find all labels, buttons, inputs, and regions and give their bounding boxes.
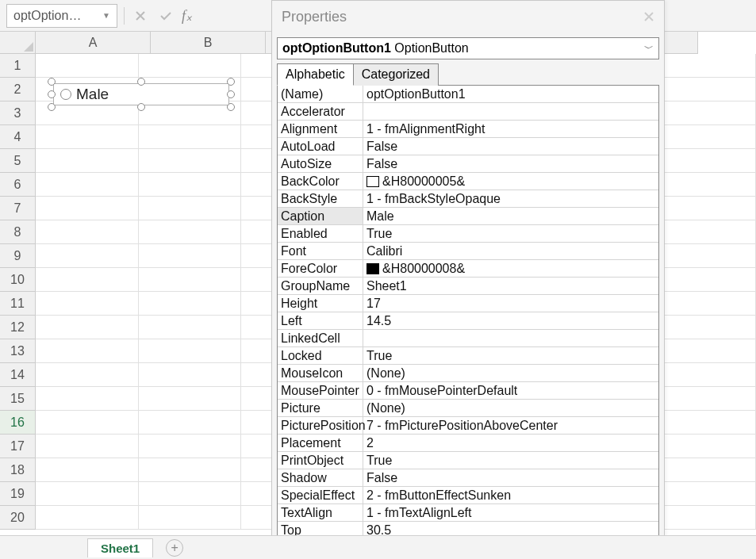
- cell[interactable]: [36, 125, 139, 149]
- property-value[interactable]: True: [363, 347, 658, 364]
- property-row[interactable]: MousePointer0 - fmMousePointerDefault: [278, 382, 658, 400]
- property-value[interactable]: Calibri: [363, 243, 658, 259]
- cell[interactable]: [36, 173, 139, 197]
- object-selector[interactable]: optOptionButton1 OptionButton ﹀: [277, 37, 659, 59]
- cell[interactable]: [36, 316, 139, 339]
- row-header[interactable]: 8: [0, 220, 36, 244]
- resize-handle[interactable]: [48, 78, 56, 86]
- property-value[interactable]: 0 - fmMousePointerDefault: [363, 382, 658, 399]
- tab-categorized[interactable]: Categorized: [353, 63, 439, 86]
- cell[interactable]: [653, 268, 756, 292]
- cell[interactable]: [139, 173, 242, 197]
- property-row[interactable]: MouseIcon(None): [278, 365, 658, 382]
- cell[interactable]: [653, 220, 756, 244]
- confirm-formula-button[interactable]: [156, 4, 175, 28]
- property-value[interactable]: &H80000005&: [363, 173, 658, 190]
- property-row[interactable]: PrintObjectTrue: [278, 452, 658, 469]
- resize-handle[interactable]: [137, 78, 145, 86]
- insert-function-button[interactable]: fₓ: [182, 4, 201, 28]
- property-row[interactable]: Picture(None): [278, 400, 658, 417]
- cell[interactable]: [36, 363, 139, 387]
- row-header[interactable]: 7: [0, 197, 36, 220]
- cell[interactable]: [139, 339, 242, 363]
- row-header[interactable]: 17: [0, 435, 36, 458]
- cell[interactable]: [36, 220, 139, 244]
- property-value[interactable]: 14.5: [363, 312, 658, 329]
- cell[interactable]: [139, 149, 242, 173]
- row-header[interactable]: 4: [0, 125, 36, 149]
- property-value[interactable]: (None): [363, 400, 658, 416]
- property-row[interactable]: BackStyle1 - fmBackStyleOpaque: [278, 190, 658, 208]
- chevron-down-icon[interactable]: ﹀: [644, 42, 654, 56]
- resize-handle[interactable]: [137, 103, 145, 111]
- option-button-control[interactable]: Male: [48, 78, 235, 111]
- cell[interactable]: [36, 506, 139, 530]
- cell[interactable]: [139, 220, 242, 244]
- cell[interactable]: [139, 387, 242, 411]
- property-value[interactable]: False: [363, 469, 658, 486]
- cell[interactable]: [36, 339, 139, 363]
- cell[interactable]: [653, 78, 756, 101]
- property-value[interactable]: True: [363, 452, 658, 469]
- property-value[interactable]: Sheet1: [363, 278, 658, 294]
- cell[interactable]: [653, 101, 756, 125]
- add-sheet-button[interactable]: +: [166, 539, 183, 557]
- row-header[interactable]: 14: [0, 363, 36, 387]
- property-row[interactable]: FontCalibri: [278, 243, 658, 260]
- cell[interactable]: [653, 435, 756, 458]
- row-header[interactable]: 18: [0, 458, 36, 482]
- property-row[interactable]: ForeColor&H80000008&: [278, 260, 658, 278]
- property-row[interactable]: Alignment1 - fmAlignmentRight: [278, 121, 658, 138]
- cell[interactable]: [653, 197, 756, 220]
- row-header[interactable]: 9: [0, 244, 36, 268]
- property-value[interactable]: [363, 330, 658, 347]
- property-row[interactable]: SpecialEffect2 - fmButtonEffectSunken: [278, 487, 658, 504]
- property-row[interactable]: CaptionMale: [278, 208, 658, 225]
- property-row[interactable]: Left14.5: [278, 312, 658, 330]
- cell[interactable]: [139, 268, 242, 292]
- row-header[interactable]: 16: [0, 411, 36, 435]
- property-value[interactable]: 1 - fmTextAlignLeft: [363, 504, 658, 521]
- row-header[interactable]: 1: [0, 54, 36, 78]
- row-header[interactable]: 2: [0, 78, 36, 101]
- cell[interactable]: [139, 54, 242, 78]
- cell[interactable]: [653, 458, 756, 482]
- property-value[interactable]: True: [363, 225, 658, 242]
- property-row[interactable]: AutoLoadFalse: [278, 138, 658, 155]
- property-row[interactable]: GroupNameSheet1: [278, 278, 658, 295]
- cell[interactable]: [653, 482, 756, 506]
- cell[interactable]: [653, 149, 756, 173]
- cell[interactable]: [139, 411, 242, 435]
- cell[interactable]: [36, 292, 139, 316]
- cell[interactable]: [36, 244, 139, 268]
- property-row[interactable]: PicturePosition7 - fmPicturePositionAbov…: [278, 417, 658, 435]
- property-row[interactable]: (Name)optOptionButton1: [278, 86, 658, 103]
- resize-handle[interactable]: [227, 78, 235, 86]
- property-row[interactable]: LinkedCell: [278, 330, 658, 347]
- property-row[interactable]: Placement2: [278, 435, 658, 452]
- property-value[interactable]: 7 - fmPicturePositionAboveCenter: [363, 417, 658, 434]
- cell[interactable]: [139, 316, 242, 339]
- sheet-tab-sheet1[interactable]: Sheet1: [87, 538, 153, 557]
- resize-handle[interactable]: [48, 103, 56, 111]
- properties-titlebar[interactable]: Properties: [272, 1, 664, 33]
- property-row[interactable]: LockedTrue: [278, 347, 658, 365]
- resize-handle[interactable]: [227, 90, 235, 98]
- cell[interactable]: [653, 244, 756, 268]
- cell[interactable]: [36, 268, 139, 292]
- cell[interactable]: [139, 363, 242, 387]
- property-value[interactable]: &H80000008&: [363, 260, 658, 277]
- cell[interactable]: [653, 411, 756, 435]
- row-header[interactable]: 3: [0, 101, 36, 125]
- cell[interactable]: [139, 482, 242, 506]
- row-header[interactable]: 10: [0, 268, 36, 292]
- cell[interactable]: [139, 197, 242, 220]
- cell[interactable]: [653, 363, 756, 387]
- cell[interactable]: [139, 244, 242, 268]
- property-value[interactable]: 2: [363, 435, 658, 451]
- property-row[interactable]: ShadowFalse: [278, 469, 658, 487]
- property-row[interactable]: Height17: [278, 295, 658, 312]
- property-value[interactable]: False: [363, 138, 658, 155]
- property-value[interactable]: optOptionButton1: [363, 86, 658, 102]
- cell[interactable]: [653, 173, 756, 197]
